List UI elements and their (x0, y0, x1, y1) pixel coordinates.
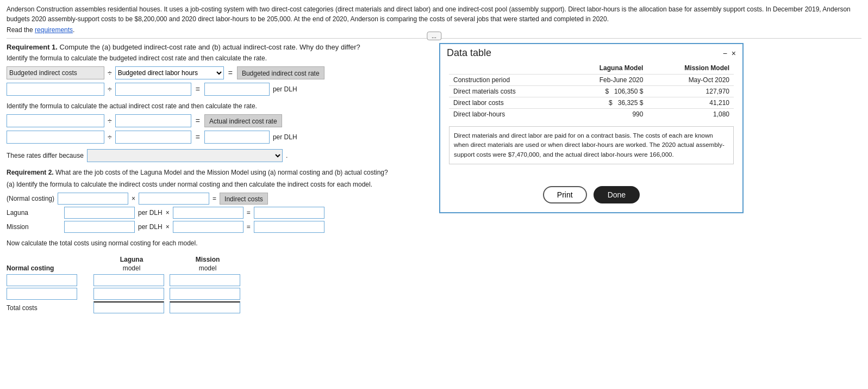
eq-nc-1: = (213, 195, 216, 202)
budgeted-indirect-costs-input[interactable] (7, 83, 104, 96)
table-row: Direct labor costs $ 36,325 $ 41,210 (449, 97, 734, 109)
total-costs-mission (170, 301, 246, 313)
normal-costing-header-row: (Normal costing) × = Indirect costs (7, 193, 430, 205)
req2-sub-heading: (a) Identify the formula to calculate th… (7, 181, 430, 188)
eq-laguna: = (247, 209, 251, 217)
col-header-mission: Mission Model (647, 62, 734, 75)
totals-row-2 (7, 288, 430, 300)
mission-model-sub: model (170, 264, 246, 272)
total-costs-laguna-input[interactable] (93, 301, 164, 313)
totals-row1-label (7, 274, 93, 286)
mission-row: Mission per DLH × = (7, 221, 430, 233)
laguna-label: Laguna (7, 209, 61, 217)
differ-select[interactable] (87, 149, 283, 162)
close-button[interactable]: × (732, 49, 736, 58)
direct-materials-laguna: $ 106,350 $ (563, 86, 647, 97)
right-panel: Data table − × Laguna Model Mission Mod (439, 43, 861, 315)
data-table-content: Laguna Model Mission Model Construction … (440, 62, 742, 182)
col-header-laguna: Laguna Model (563, 62, 647, 75)
laguna-model-sub: model (93, 264, 170, 272)
budgeted-indirect-costs-label: Budgeted indirect costs (7, 66, 104, 79)
direct-labor-hours-mission: 1,080 (647, 109, 734, 120)
differ-period: . (286, 152, 288, 159)
mission-per-dlh: per DLH (138, 223, 163, 231)
div-op-2: ÷ (108, 85, 112, 94)
laguna-model-header: Laguna (93, 256, 170, 263)
divider-container: ... (7, 38, 861, 39)
actual-rate-result[interactable] (204, 131, 270, 144)
requirements-link[interactable]: requirements (35, 26, 73, 34)
totals-row1-mission-input[interactable] (170, 274, 240, 286)
req2-text: What are the job costs of the Laguna Mod… (55, 169, 388, 176)
totals-row2-laguna-input[interactable] (93, 288, 164, 300)
table-row: Direct materials costs $ 106,350 $ 127,9… (449, 86, 734, 97)
intro-paragraph: Anderson Construction assembles resident… (7, 5, 851, 23)
mission-model-header: Mission (170, 256, 246, 263)
total-costs-laguna (93, 301, 170, 313)
totals-col0-header (7, 256, 93, 263)
normal-cost-rate-input[interactable] (58, 193, 128, 205)
budgeted-dlh-input[interactable] (115, 83, 191, 96)
laguna-rate-input[interactable] (64, 207, 135, 219)
done-button[interactable]: Done (594, 186, 640, 203)
div-op-1: ÷ (108, 69, 112, 77)
total-costs-mission-input[interactable] (170, 301, 240, 313)
normal-costing-sub-label: Normal costing (7, 264, 93, 272)
laguna-hours-input[interactable] (173, 207, 243, 219)
req1-heading: Requirement 1. Compute the (a) budgeted … (7, 43, 430, 51)
direct-labor-hours-label: Direct labor-hours (449, 109, 563, 120)
actual-dlh-input[interactable] (115, 131, 191, 144)
budgeted-formula-input-row: ÷ = per DLH (7, 83, 430, 96)
actual-indirect-cost-rate-label: Actual indirect cost rate (204, 114, 282, 127)
eq-mission: = (247, 223, 251, 231)
window-title: Data table (447, 47, 491, 59)
eq-3: = (196, 116, 200, 125)
totals-row-1 (7, 274, 430, 286)
eq-4: = (196, 133, 200, 141)
totals-header: Laguna Mission (7, 256, 430, 263)
direct-labor-mission: 41,210 (647, 97, 734, 109)
normal-cost-hours-input[interactable] (139, 193, 209, 205)
totals-row2-label-input[interactable] (7, 288, 77, 300)
print-button[interactable]: Print (543, 186, 587, 203)
totals-row2-label (7, 288, 93, 300)
totals-row1-label-input[interactable] (7, 274, 77, 286)
minimize-button[interactable]: − (723, 49, 727, 58)
actual-formula-label-row: ÷ = Actual indirect cost rate (7, 114, 430, 127)
mission-hours-input[interactable] (173, 221, 243, 233)
actual-indirect-costs-label-input[interactable] (7, 114, 104, 127)
window-footer: Print Done (440, 182, 742, 212)
totals-row1-laguna-input[interactable] (93, 274, 164, 286)
budgeted-indirect-cost-rate-label: Budgeted indirect cost rate (237, 66, 324, 79)
totals-row2-laguna (93, 288, 170, 300)
x-op-laguna: × (166, 209, 170, 217)
totals-section: Laguna Mission Normal costing model mode… (7, 256, 430, 313)
main-layout: Requirement 1. Compute the (a) budgeted … (7, 43, 861, 315)
construction-period-laguna: Feb-June 2020 (563, 75, 647, 86)
window-controls: − × (723, 49, 736, 58)
req1-sub-heading: Identify the formula to calculate the bu… (7, 54, 430, 62)
actual-dlh-label-input[interactable] (115, 114, 191, 127)
differ-row: These rates differ because . (7, 149, 430, 162)
left-panel: Requirement 1. Compute the (a) budgeted … (7, 43, 430, 315)
mission-rate-input[interactable] (64, 221, 135, 233)
mission-result-input[interactable] (254, 221, 324, 233)
direct-materials-mission: 127,970 (647, 86, 734, 97)
data-table: Laguna Model Mission Model Construction … (449, 62, 734, 120)
direct-labor-hours-select[interactable]: Budgeted direct labor hours (115, 66, 224, 79)
direct-materials-label: Direct materials costs (449, 86, 563, 97)
table-row: Direct labor-hours 990 1,080 (449, 109, 734, 120)
budgeted-rate-result[interactable] (204, 83, 270, 96)
totals-row1-mission (170, 274, 246, 286)
table-row: Construction period Feb-June 2020 May-Oc… (449, 75, 734, 86)
intro-text: Anderson Construction assembles resident… (7, 4, 861, 24)
totals-row1-laguna (93, 274, 170, 286)
actual-indirect-costs-input[interactable] (7, 131, 104, 144)
laguna-result-input[interactable] (254, 207, 324, 219)
collapse-button[interactable]: ... (427, 32, 441, 40)
x-op-1: × (132, 195, 135, 202)
budgeted-formula-label-row: Budgeted indirect costs ÷ Budgeted direc… (7, 66, 430, 79)
totals-row2-mission-input[interactable] (170, 288, 240, 300)
construction-period-mission: May-Oct 2020 (647, 75, 734, 86)
normal-costing-label: (Normal costing) (7, 195, 54, 202)
